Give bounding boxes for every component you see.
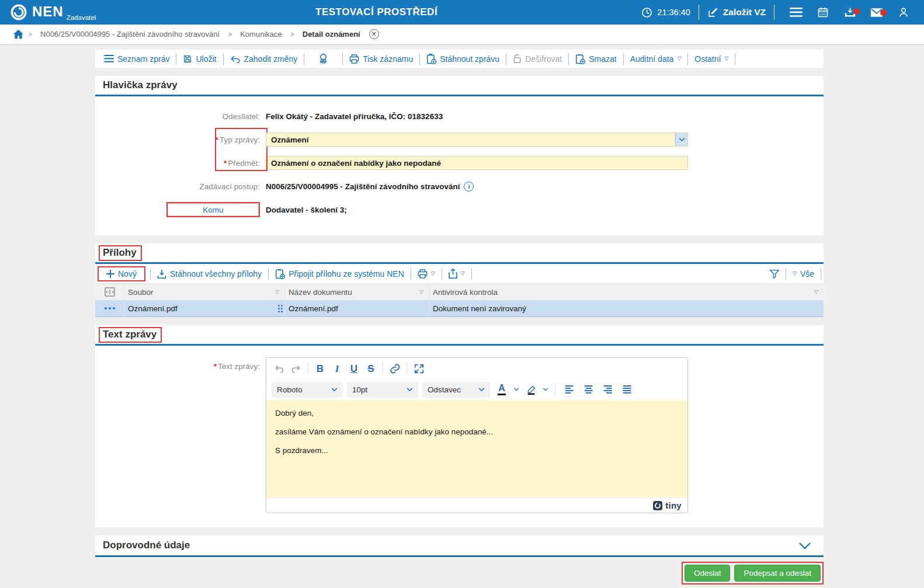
highlight-color-button[interactable] — [523, 382, 539, 397]
text-color-chevron-icon[interactable] — [513, 388, 519, 391]
record-action-bar: Seznam zpráv Uložit Zahodit změny — [95, 50, 824, 68]
align-left-button[interactable] — [562, 382, 577, 397]
novy-button[interactable]: Nový — [100, 269, 143, 279]
text-color-button[interactable]: A — [494, 382, 509, 397]
odeslat-button[interactable]: Odeslat — [685, 565, 731, 582]
close-tab-icon[interactable]: ✕ — [369, 29, 379, 39]
smazat-button[interactable]: Smazat — [569, 54, 623, 64]
printer-icon — [349, 54, 359, 64]
link-button[interactable] — [387, 361, 402, 376]
row-menu-handle[interactable] — [95, 300, 124, 316]
tiny-brand-label[interactable]: tiny — [665, 500, 682, 510]
divider — [699, 5, 699, 20]
divider — [471, 268, 472, 280]
pripojit-prilohu-button[interactable]: Připojit přílohu ze systému NEN — [269, 269, 411, 279]
italic-button[interactable]: I — [329, 361, 345, 376]
person-icon — [898, 6, 909, 18]
underline-button[interactable]: U — [346, 361, 362, 376]
column-chooser-header[interactable] — [95, 284, 124, 300]
block-format-select[interactable]: Odstavec — [422, 382, 490, 398]
calendar-button[interactable] — [810, 6, 836, 18]
nen-logo[interactable]: NEN Zadavatel — [9, 3, 96, 22]
column-filter-icon[interactable]: ▽ — [814, 290, 818, 295]
print-attachments-dropdown[interactable]: ▽ — [411, 269, 442, 279]
divider — [774, 5, 774, 20]
logo-subtitle: Zadavatel — [67, 14, 96, 21]
doprovodne-header[interactable]: Doprovodné údaje — [95, 535, 824, 555]
predmet-value: Oznámení o označení nabídky jako nepodan… — [271, 159, 441, 168]
auditni-data-dropdown[interactable]: Auditní data ▽ — [624, 54, 688, 64]
column-filter-icon[interactable]: ▽ — [275, 290, 279, 295]
breadcrumb-item-procedure[interactable]: N006/25/V00004995 - Zajištění závodního … — [40, 30, 220, 39]
stahnout-zpravu-button[interactable]: Stáhnout zprávu — [420, 54, 506, 64]
drag-handle-icon[interactable] — [278, 305, 283, 312]
clock: 21:36:40 — [641, 7, 690, 18]
select-chevron-button[interactable] — [675, 133, 687, 146]
export-attachments-dropdown[interactable]: ▽ — [442, 269, 471, 279]
section-hlavicka-zpravy: Hlavička zprávy Odesílatel: Felix Okátý … — [95, 76, 824, 235]
column-header-antivirova-kontrola[interactable]: Antivirová kontrola ▽ — [429, 288, 824, 297]
breadcrumb-separator: > — [28, 30, 32, 39]
plus-icon — [106, 270, 114, 278]
bold-button[interactable]: B — [312, 361, 328, 376]
stahnout-vsechny-prilohy-button[interactable]: Stáhnout všechny přílohy — [151, 269, 268, 279]
font-family-select[interactable]: Roboto — [272, 382, 343, 398]
row-options-icon — [105, 307, 115, 309]
form-row-zadavaci-postup: Zadávací postup: N006/25/V00004995 - Zaj… — [95, 178, 824, 194]
chevron-down-icon[interactable] — [798, 542, 811, 549]
message-line: zasíláme Vám oznámení o označení nabídky… — [275, 426, 679, 437]
text-zpravy-form: * Text zprávy: B I U S — [95, 346, 824, 527]
align-right-button[interactable] — [600, 382, 616, 397]
inbox-notification-badge — [853, 8, 860, 15]
ulozit-button[interactable]: Uložit — [176, 54, 223, 64]
podepsat-a-odeslat-button[interactable]: Podepsat a odeslat — [734, 565, 821, 582]
vse-filter-dropdown[interactable]: ▽ Vše — [786, 269, 821, 279]
award-button[interactable] — [304, 53, 342, 64]
font-size-select[interactable]: 10pt — [347, 382, 418, 398]
home-icon[interactable] — [13, 29, 24, 39]
user-profile-button[interactable] — [890, 6, 917, 18]
zalozit-vz-label: Založit VZ — [723, 7, 766, 18]
breadcrumb-item-current: Detail oznámení — [303, 30, 360, 39]
breadcrumb-item-komunikace[interactable]: Komunikace — [240, 30, 282, 39]
section-title: Hlavička zprávy — [95, 76, 824, 95]
zalozit-vz-button[interactable]: Založit VZ — [707, 7, 766, 18]
ostatni-label: Ostatní — [694, 54, 721, 64]
komu-button[interactable]: Komu — [168, 203, 259, 216]
zahodit-zmeny-button[interactable]: Zahodit změny — [224, 54, 304, 64]
tisk-zaznamu-button[interactable]: Tisk záznamu — [343, 54, 419, 64]
stahnout-zpravu-label: Stáhnout zprávu — [440, 54, 499, 64]
required-mark: * — [214, 362, 217, 371]
highlight-color-chevron-icon[interactable] — [543, 388, 548, 391]
undo-icon[interactable] — [272, 361, 287, 376]
required-mark: * — [216, 135, 218, 144]
column-filter-icon[interactable]: ▽ — [419, 290, 423, 295]
redo-icon[interactable] — [289, 361, 304, 376]
menu-button[interactable] — [783, 8, 810, 17]
align-center-button[interactable] — [581, 382, 596, 397]
printer-icon — [418, 269, 428, 279]
column-header-soubor[interactable]: Soubor ▽ — [124, 284, 285, 300]
seznam-zprav-button[interactable]: Seznam zpráv — [98, 54, 176, 64]
predmet-input[interactable]: Oznámení o označení nabídky jako nepodan… — [266, 156, 688, 170]
dropdown-triangle-icon: ▽ — [724, 56, 728, 61]
typ-zpravy-select[interactable]: Oznámení — [266, 133, 688, 147]
message-text-area[interactable]: Dobrý den, zasíláme Vám oznámení o označ… — [266, 400, 687, 497]
messages-button[interactable] — [863, 8, 890, 18]
ostatni-dropdown[interactable]: Ostatní ▽ — [688, 54, 735, 64]
info-icon[interactable]: i — [464, 182, 474, 192]
table-row-attachment[interactable]: Oznámení.pdf Oznámení.pdf Dokument není … — [95, 300, 824, 317]
breadcrumb-separator: > — [290, 30, 294, 39]
column-header-nazev-dokumentu[interactable]: Název dokumentu ▽ — [285, 284, 429, 300]
form-row-typ-zpravy: * Typ zprávy: Oznámení — [95, 131, 824, 148]
annotation-red-box-text-zpravy: Text zprávy — [99, 327, 162, 343]
logo-text: NEN — [32, 4, 64, 19]
fullscreen-button[interactable] — [411, 361, 426, 376]
align-justify-button[interactable] — [620, 382, 635, 397]
strikethrough-button[interactable]: S — [363, 361, 378, 376]
list-icon — [104, 55, 114, 62]
inbox-button[interactable] — [836, 6, 863, 19]
environment-title: TESTOVACÍ PROSTŘEDÍ — [315, 0, 437, 25]
hlavicka-form: Odesílatel: Felix Okátý - Zadavatel přír… — [95, 96, 824, 235]
filter-button[interactable] — [763, 269, 786, 279]
